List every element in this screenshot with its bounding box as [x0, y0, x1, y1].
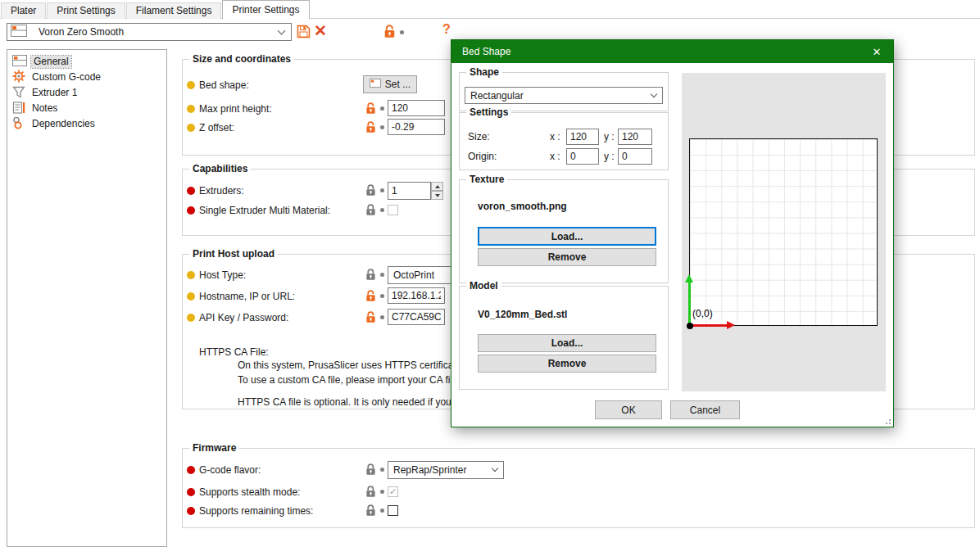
- sidebar-item-label: Notes: [29, 102, 60, 115]
- modified-bullet: [187, 314, 195, 322]
- ok-button[interactable]: OK: [595, 400, 662, 419]
- system-bullet: [187, 488, 195, 496]
- api-key-input[interactable]: [388, 309, 445, 325]
- tab-plater[interactable]: Plater: [1, 2, 46, 19]
- group-title: Shape: [466, 66, 502, 78]
- model-remove-button[interactable]: Remove: [478, 355, 656, 373]
- modified-bullet: [187, 124, 195, 132]
- extruders-spinner[interactable]: [431, 182, 443, 200]
- texture-filename: voron_smooth.png: [478, 200, 567, 213]
- settings-sidebar: General Custom G-code Extruder 1 Notes D…: [7, 49, 167, 547]
- remaining-times-checkbox[interactable]: [388, 505, 398, 516]
- group-title: Model: [466, 280, 501, 292]
- preset-combobox[interactable]: Voron Zero Smooth: [7, 23, 292, 41]
- size-x-input[interactable]: [566, 129, 599, 145]
- origin-label: Origin:: [468, 150, 497, 163]
- sidebar-item-label: Extruder 1: [29, 87, 79, 99]
- delete-preset-icon[interactable]: ✕: [314, 21, 327, 40]
- axis-y-line: [688, 282, 691, 326]
- lock-icon[interactable]: [365, 463, 376, 478]
- https-ca-line2: To use a custom CA file, please import y…: [238, 373, 458, 387]
- bed-shape-set-button[interactable]: Set ...: [363, 75, 417, 93]
- resize-grip[interactable]: [882, 416, 891, 424]
- model-filename: V0_120mm_Bed.stl: [478, 308, 567, 321]
- z-offset-label: Z offset:: [199, 121, 234, 134]
- extruders-input[interactable]: [388, 182, 431, 200]
- tab-print-settings[interactable]: Print Settings: [47, 2, 125, 19]
- unlock-icon[interactable]: [365, 290, 376, 305]
- override-dot: [380, 509, 384, 513]
- axis-x-line: [690, 324, 727, 327]
- group-title: Texture: [466, 174, 507, 185]
- z-offset-input[interactable]: [388, 119, 445, 135]
- cancel-label: Cancel: [690, 405, 720, 416]
- lock-icon[interactable]: [365, 269, 376, 283]
- gcode-flavor-label: G-code flavor:: [199, 463, 261, 477]
- sidebar-item-label: General: [31, 56, 71, 68]
- spin-up-icon[interactable]: [431, 182, 443, 191]
- model-remove-label: Remove: [548, 358, 587, 369]
- max-print-height-input[interactable]: [388, 100, 445, 116]
- dialog-titlebar[interactable]: Bed Shape: [451, 40, 893, 63]
- group-title: Size and coordinates: [189, 53, 294, 65]
- origin-x-input[interactable]: [566, 148, 599, 165]
- unlock-icon[interactable]: [365, 121, 376, 136]
- texture-load-button[interactable]: Load...: [478, 227, 656, 246]
- modified-bullet: [187, 292, 195, 301]
- size-y-input[interactable]: [618, 129, 652, 145]
- printer-preset-icon: [11, 25, 27, 39]
- extruders-label: Extruders:: [199, 184, 244, 197]
- lock-icon[interactable]: [365, 504, 376, 519]
- unlock-icon[interactable]: [383, 25, 396, 41]
- tab-printer-settings[interactable]: Printer Settings: [222, 0, 309, 19]
- close-icon[interactable]: ✕: [860, 40, 893, 63]
- system-bullet: [187, 187, 195, 195]
- save-preset-icon[interactable]: [297, 25, 311, 41]
- hostname-input[interactable]: [388, 287, 445, 304]
- sidebar-item-label: Dependencies: [29, 118, 98, 130]
- help-icon[interactable]: ?: [442, 22, 451, 37]
- cancel-button[interactable]: Cancel: [670, 400, 740, 419]
- host-type-label: Host Type:: [199, 269, 246, 282]
- group-title: Settings: [466, 106, 511, 118]
- gcode-flavor-select[interactable]: RepRap/Sprinter: [388, 461, 504, 479]
- api-key-label: API Key / Password:: [199, 311, 288, 324]
- sidebar-item-dependencies[interactable]: Dependencies: [12, 116, 166, 132]
- semm-checkbox: [388, 205, 398, 215]
- unlock-icon[interactable]: [365, 311, 376, 326]
- override-dot: [380, 315, 384, 319]
- tab-filament-settings[interactable]: Filament Settings: [126, 2, 222, 19]
- preset-name: Voron Zero Smooth: [39, 26, 124, 38]
- origin-y-input[interactable]: [618, 148, 652, 165]
- https-ca-line1: On this system, PrusaSlicer uses HTTPS c…: [238, 359, 466, 372]
- shape-value: Rectangular: [470, 90, 524, 102]
- system-bullet: [187, 466, 195, 474]
- sidebar-item-extruder-1[interactable]: Extruder 1: [12, 85, 166, 101]
- model-load-label: Load...: [551, 337, 583, 349]
- system-bullet: [187, 206, 195, 215]
- shape-select[interactable]: Rectangular: [465, 87, 663, 104]
- sidebar-item-notes[interactable]: Notes: [12, 101, 166, 116]
- sidebar-item-general[interactable]: General: [12, 54, 166, 70]
- origin-dot: [687, 323, 693, 329]
- dialog-title: Bed Shape: [462, 46, 510, 57]
- stealth-mode-label: Supports stealth mode:: [199, 486, 300, 499]
- lock-icon[interactable]: [365, 486, 376, 500]
- spin-down-icon[interactable]: [431, 191, 443, 200]
- override-dot: [400, 30, 404, 34]
- extruder-icon: [12, 86, 25, 101]
- texture-remove-button[interactable]: Remove: [478, 248, 656, 266]
- override-dot: [380, 294, 384, 298]
- system-bullet: [187, 507, 195, 515]
- model-load-button[interactable]: Load...: [478, 334, 656, 352]
- unlock-icon[interactable]: [365, 102, 376, 117]
- group-title: Print Host upload: [189, 248, 278, 260]
- chevron-down-icon: [651, 90, 657, 97]
- sidebar-item-custom-gcode[interactable]: Custom G-code: [12, 70, 166, 85]
- lock-icon[interactable]: [365, 204, 376, 219]
- x-label: x :: [550, 150, 560, 163]
- lock-icon[interactable]: [365, 184, 376, 199]
- ok-label: OK: [621, 405, 635, 416]
- gcode-flavor-value: RepRap/Sprinter: [393, 464, 466, 476]
- bed-outline: [689, 138, 878, 326]
